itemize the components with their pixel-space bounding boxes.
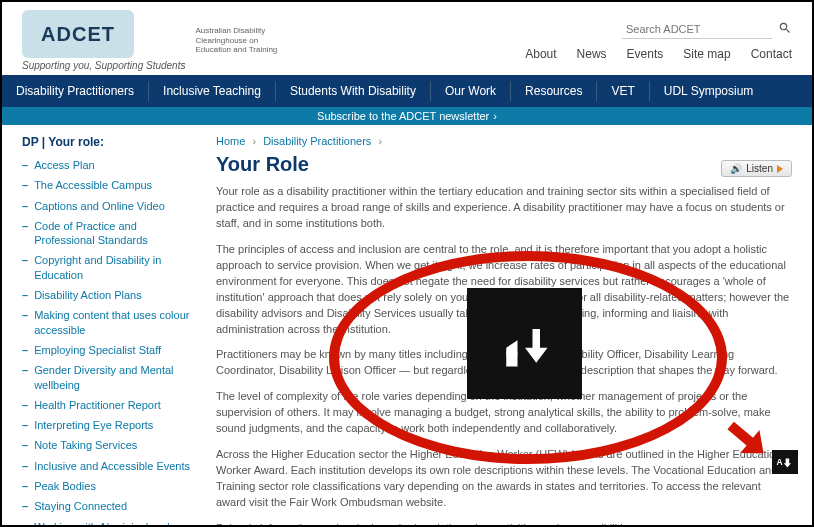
accessibility-button[interactable]: A	[772, 450, 798, 474]
dash-icon: –	[22, 308, 28, 322]
sidebar-item[interactable]: –Staying Connected	[22, 496, 192, 516]
sidebar-link[interactable]: Disability Action Plans	[34, 288, 142, 302]
dash-icon: –	[22, 398, 28, 412]
listen-button[interactable]: 🔊 Listen	[721, 160, 792, 177]
dash-icon: –	[22, 418, 28, 432]
para-5: Across the Higher Education sector the H…	[216, 447, 792, 511]
chevron-right-icon: ›	[378, 135, 382, 147]
sidebar-item[interactable]: –Copyright and Disability in Education	[22, 250, 192, 285]
dash-icon: –	[22, 363, 28, 377]
dash-icon: –	[22, 158, 28, 172]
sidebar-item[interactable]: –Access Plan	[22, 155, 192, 175]
search-box	[622, 20, 792, 39]
nav-news[interactable]: News	[577, 47, 607, 61]
dash-icon: –	[22, 219, 28, 233]
logo-tagline: Supporting you, Supporting Students	[22, 60, 185, 71]
nav-sitemap[interactable]: Site map	[683, 47, 730, 61]
sidebar-link[interactable]: Captions and Online Video	[34, 199, 165, 213]
search-input[interactable]	[622, 20, 772, 39]
sidebar-item[interactable]: –The Accessible Campus	[22, 175, 192, 195]
breadcrumb-section[interactable]: Disability Practitioners	[263, 135, 371, 147]
sidebar-link[interactable]: Working with Aboriginal and Torres Strai…	[34, 520, 192, 527]
dash-icon: –	[22, 343, 28, 357]
dash-icon: –	[22, 178, 28, 192]
sidebar-item[interactable]: –Working with Aboriginal and Torres Stra…	[22, 517, 192, 527]
dash-icon: –	[22, 459, 28, 473]
mnav-vet[interactable]: VET	[597, 81, 649, 101]
sidebar-item[interactable]: –Disability Action Plans	[22, 285, 192, 305]
sidebar-link[interactable]: Inclusive and Accessible Events	[34, 459, 190, 473]
logo[interactable]: ADCET Supporting you, Supporting Student…	[22, 10, 277, 71]
breadcrumb-home[interactable]: Home	[216, 135, 245, 147]
sidebar-item[interactable]: –Interpreting Eye Reports	[22, 415, 192, 435]
sidebar-link[interactable]: The Accessible Campus	[34, 178, 152, 192]
sidebar-item[interactable]: –Code of Practice and Professional Stand…	[22, 216, 192, 251]
nav-contact[interactable]: Contact	[751, 47, 792, 61]
main-nav: Disability Practitioners Inclusive Teach…	[2, 75, 812, 107]
svg-text:A: A	[777, 457, 783, 467]
annotation-widget	[467, 288, 582, 399]
play-icon	[777, 165, 783, 173]
page-title: Your Role	[216, 153, 309, 176]
sidebar-item[interactable]: –Inclusive and Accessible Events	[22, 456, 192, 476]
breadcrumb: Home › Disability Practitioners ›	[216, 135, 792, 147]
search-icon[interactable]	[778, 21, 792, 38]
sidebar-link[interactable]: Staying Connected	[34, 499, 127, 513]
mnav-udl[interactable]: UDL Symposium	[650, 81, 768, 101]
dash-icon: –	[22, 520, 28, 527]
para-1: Your role as a disability practitioner w…	[216, 184, 792, 232]
nav-about[interactable]: About	[525, 47, 556, 61]
sidebar-link[interactable]: Health Practitioner Report	[34, 398, 161, 412]
sidebar-link[interactable]: Employing Specialist Staff	[34, 343, 161, 357]
sidebar-item[interactable]: –Captions and Online Video	[22, 196, 192, 216]
listen-label: Listen	[746, 163, 773, 174]
dash-icon: –	[22, 438, 28, 452]
sidebar-item[interactable]: –Gender Diversity and Mental wellbeing	[22, 360, 192, 395]
subscribe-bar[interactable]: Subscribe to the ADCET newsletter›	[2, 107, 812, 125]
nav-events[interactable]: Events	[627, 47, 664, 61]
sidebar-list: –Access Plan–The Accessible Campus–Capti…	[22, 155, 192, 527]
dash-icon: –	[22, 479, 28, 493]
mnav-dp[interactable]: Disability Practitioners	[2, 81, 149, 101]
dash-icon: –	[22, 199, 28, 213]
sidebar-link[interactable]: Gender Diversity and Mental wellbeing	[34, 363, 192, 392]
mnav-inclusive[interactable]: Inclusive Teaching	[149, 81, 276, 101]
sidebar-link[interactable]: Making content that uses colour accessib…	[34, 308, 192, 337]
mnav-students[interactable]: Students With Disability	[276, 81, 431, 101]
mnav-work[interactable]: Our Work	[431, 81, 511, 101]
logo-mark: ADCET	[22, 10, 134, 58]
top-nav: About News Events Site map Contact	[525, 47, 792, 61]
para-6: Below is information on developing role …	[216, 521, 792, 527]
sidebar-link[interactable]: Peak Bodies	[34, 479, 96, 493]
sidebar-item[interactable]: –Note Taking Services	[22, 435, 192, 455]
sidebar-title: DP | Your role:	[22, 135, 192, 149]
sidebar-link[interactable]: Copyright and Disability in Education	[34, 253, 192, 282]
logo-subtext: Australian Disability Clearinghouse on E…	[195, 26, 277, 55]
sidebar-link[interactable]: Note Taking Services	[34, 438, 137, 452]
sidebar-link[interactable]: Interpreting Eye Reports	[34, 418, 153, 432]
dash-icon: –	[22, 288, 28, 302]
chevron-right-icon: ›	[252, 135, 256, 147]
sidebar-link[interactable]: Code of Practice and Professional Standa…	[34, 219, 192, 248]
sidebar-item[interactable]: –Health Practitioner Report	[22, 395, 192, 415]
dash-icon: –	[22, 253, 28, 267]
sidebar: DP | Your role: –Access Plan–The Accessi…	[22, 135, 192, 527]
dash-icon: –	[22, 499, 28, 513]
chevron-right-icon: ›	[493, 110, 497, 122]
sidebar-link[interactable]: Access Plan	[34, 158, 95, 172]
sidebar-item[interactable]: –Employing Specialist Staff	[22, 340, 192, 360]
sidebar-item[interactable]: –Making content that uses colour accessi…	[22, 305, 192, 340]
speaker-icon: 🔊	[730, 163, 742, 174]
sidebar-item[interactable]: –Peak Bodies	[22, 476, 192, 496]
mnav-resources[interactable]: Resources	[511, 81, 597, 101]
